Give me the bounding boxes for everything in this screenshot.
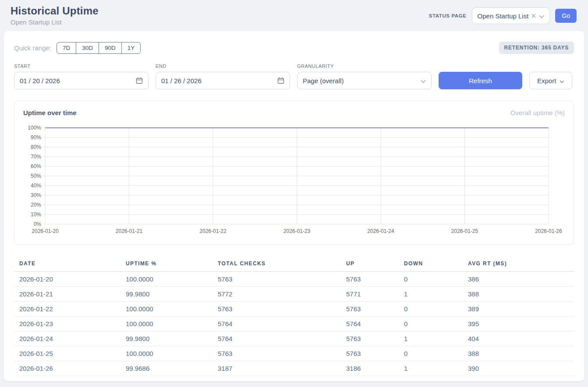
refresh-button[interactable]: Refresh [439, 72, 522, 89]
table-cell: 99.9800 [120, 331, 213, 346]
table-row: 2026-01-22100.0000576357630389 [14, 302, 574, 317]
start-date-value: 01 / 20 / 2026 [20, 77, 60, 84]
quick-range-1y[interactable]: 1Y [121, 42, 141, 54]
y-axis-tick-label: 40% [31, 183, 41, 189]
quick-range-bar: Quick range: 7D30D90D1Y RETENTION: 365 D… [14, 42, 574, 54]
title-block: Historical Uptime Open Startup List [11, 5, 99, 26]
x-axis-tick-label: 2026-01-20 [32, 228, 59, 234]
table-cell: 0 [399, 317, 463, 331]
table-cell: 386 [463, 272, 574, 287]
chart-title: Uptime over time [23, 109, 77, 116]
y-axis-tick-label: 50% [31, 173, 41, 179]
granularity-select[interactable]: Page (overall) [297, 72, 432, 89]
end-date-field: END 01 / 26 / 2026 [156, 63, 290, 89]
granularity-label: GRANULARITY [297, 63, 432, 69]
y-axis-tick-label: 90% [31, 134, 41, 141]
quick-range-30d[interactable]: 30D [76, 42, 99, 54]
table-cell: 404 [463, 331, 574, 346]
y-axis-tick-label: 30% [31, 192, 41, 198]
column-header: UPTIME % [120, 256, 213, 272]
table-cell: 2026-01-23 [14, 317, 120, 331]
status-page-selected-value: Open Startup List [478, 12, 529, 20]
y-axis-tick-label: 100% [28, 125, 41, 131]
table-cell: 5763 [213, 302, 341, 317]
page-title: Historical Uptime [11, 5, 99, 17]
table-cell: 100.0000 [120, 272, 213, 287]
chevron-down-icon [560, 77, 564, 84]
table-cell: 1 [399, 287, 463, 302]
end-date-input[interactable]: 01 / 26 / 2026 [156, 72, 290, 89]
table-cell: 5763 [341, 272, 399, 287]
status-page-label: STATUS PAGE [429, 13, 467, 18]
quick-range-label: Quick range: [14, 44, 51, 52]
chart-legend: Overall uptime (%) [510, 109, 565, 116]
export-button-label: Export [537, 77, 556, 84]
uptime-table: DATEUPTIME %TOTAL CHECKSUPDOWNAVG RT (MS… [14, 256, 574, 376]
start-date-input[interactable]: 01 / 20 / 2026 [14, 72, 149, 89]
table-cell: 388 [463, 287, 574, 302]
column-header: DATE [14, 256, 120, 272]
table-cell: 5763 [341, 346, 399, 361]
quick-range-group: 7D30D90D1Y [57, 42, 141, 54]
end-date-value: 01 / 26 / 2026 [161, 77, 202, 84]
x-axis-tick-label: 2026-01-24 [367, 228, 394, 234]
main-panel: Quick range: 7D30D90D1Y RETENTION: 365 D… [4, 31, 584, 381]
table-cell: 0 [399, 272, 463, 287]
table-row: 2026-01-20100.0000576357630386 [14, 272, 574, 287]
table-cell: 100.0000 [120, 346, 213, 361]
table-cell: 100.0000 [120, 317, 213, 331]
table-cell: 390 [463, 361, 574, 376]
status-page-select[interactable]: Open Startup List [472, 7, 550, 24]
clear-selection-icon[interactable] [531, 13, 536, 18]
x-axis-tick-label: 2026-01-26 [535, 228, 562, 234]
table-row: 2026-01-25100.0000576357630388 [14, 346, 574, 361]
table-cell: 1 [399, 361, 463, 376]
table-cell: 2026-01-25 [14, 346, 120, 361]
table-cell: 395 [463, 317, 574, 331]
table-cell: 5764 [213, 331, 341, 346]
x-axis-tick-label: 2026-01-25 [451, 228, 478, 234]
chart-canvas: 0%10%20%30%40%50%60%70%80%90%100%2026-01… [23, 123, 565, 236]
table-row: 2026-01-2499.9800576457631404 [14, 331, 574, 346]
table-row: 2026-01-2699.9686318731861390 [14, 361, 574, 376]
quick-range-7d[interactable]: 7D [57, 42, 76, 54]
quick-range-90d[interactable]: 90D [99, 42, 122, 54]
table-cell: 5764 [341, 317, 399, 331]
table-cell: 5763 [341, 302, 399, 317]
column-header: DOWN [399, 256, 463, 272]
table-cell: 2026-01-20 [14, 272, 120, 287]
table-header-row: DATEUPTIME %TOTAL CHECKSUPDOWNAVG RT (MS… [14, 256, 574, 272]
export-button[interactable]: Export [529, 72, 572, 89]
chevron-down-icon [539, 12, 544, 20]
table-cell: 3187 [213, 361, 341, 376]
column-header: TOTAL CHECKS [213, 256, 341, 272]
page-header: Historical Uptime Open Startup List STAT… [0, 0, 588, 31]
table-cell: 2026-01-26 [14, 361, 120, 376]
table-cell: 100.0000 [120, 302, 213, 317]
table-cell: 5764 [213, 317, 341, 331]
granularity-field: GRANULARITY Page (overall) [297, 63, 432, 89]
table-cell: 5771 [341, 287, 399, 302]
x-axis-tick-label: 2026-01-21 [116, 228, 143, 234]
table-cell: 5763 [213, 346, 341, 361]
column-header: UP [341, 256, 399, 272]
table-cell: 0 [399, 346, 463, 361]
y-axis-tick-label: 0% [34, 221, 42, 227]
x-axis-tick-label: 2026-01-23 [283, 228, 311, 234]
table-cell: 5772 [213, 287, 341, 302]
y-axis-tick-label: 80% [31, 144, 41, 150]
header-actions: STATUS PAGE Open Startup List Go [429, 7, 577, 24]
column-header: AVG RT (MS) [463, 256, 574, 272]
table-row: 2026-01-23100.0000576457640395 [14, 317, 574, 331]
table-cell: 1 [399, 331, 463, 346]
table-cell: 99.9686 [120, 361, 213, 376]
go-button[interactable]: Go [555, 9, 577, 23]
chevron-down-icon [421, 77, 426, 84]
y-axis-tick-label: 10% [31, 211, 41, 218]
granularity-selected-value: Page (overall) [303, 77, 344, 84]
calendar-icon[interactable] [136, 77, 143, 84]
calendar-icon[interactable] [277, 77, 284, 84]
table-cell: 3186 [341, 361, 399, 376]
table-row: 2026-01-2199.9800577257711388 [14, 287, 574, 302]
y-axis-tick-label: 70% [31, 154, 41, 160]
